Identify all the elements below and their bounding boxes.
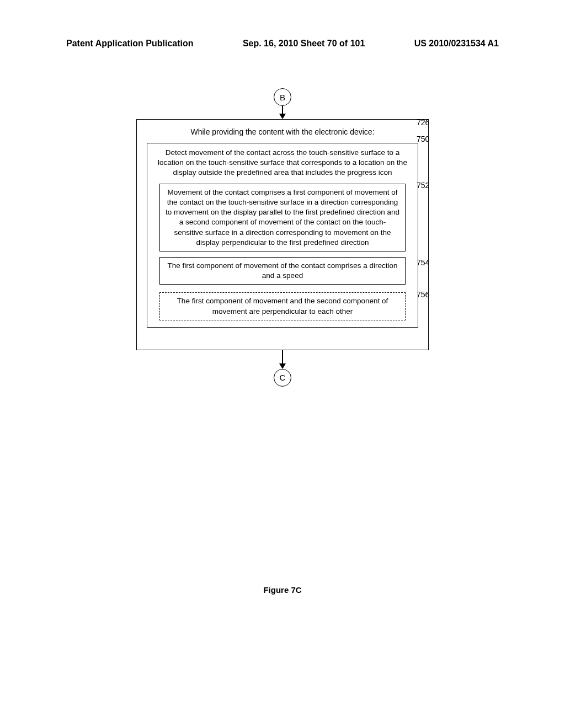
step-752-text: Movement of the contact comprises a firs… [166,188,399,248]
connector-c-label: C [280,373,286,382]
outer-box-title: While providing the content with the ele… [147,125,418,141]
figure-caption: Figure 7C [0,585,565,595]
arrow-down-icon [279,114,286,119]
flow-line [282,350,283,363]
ref-752: 752 [417,181,429,190]
ref-754: 754 [417,258,429,267]
step-754-box: The first component of movement of the c… [159,257,406,285]
step-754-text: The first component of movement of the c… [166,261,399,281]
outer-step-box: While providing the content with the ele… [136,119,429,350]
header-right: US 2010/0231534 A1 [414,39,499,49]
connector-b: B [274,88,291,106]
step-750-text: Detect movement of the contact across th… [155,148,410,178]
header-center: Sep. 16, 2010 Sheet 70 of 101 [243,39,365,49]
ref-750: 750 [417,135,429,143]
step-750-box: Detect movement of the contact across th… [147,143,418,328]
page-header: Patent Application Publication Sep. 16, … [0,0,565,49]
step-752-box: Movement of the contact comprises a firs… [159,184,406,251]
connector-b-label: B [280,93,285,102]
flowchart-diagram: B While providing the content with the e… [0,88,565,595]
flow-line [282,106,283,114]
header-left: Patent Application Publication [66,39,194,49]
ref-756: 756 [417,290,429,299]
ref-726: 726 [417,118,429,127]
step-756-text: The first component of movement and the … [166,296,399,316]
step-756-box: The first component of movement and the … [159,292,406,320]
connector-c: C [274,369,291,387]
arrow-down-icon [279,363,286,369]
